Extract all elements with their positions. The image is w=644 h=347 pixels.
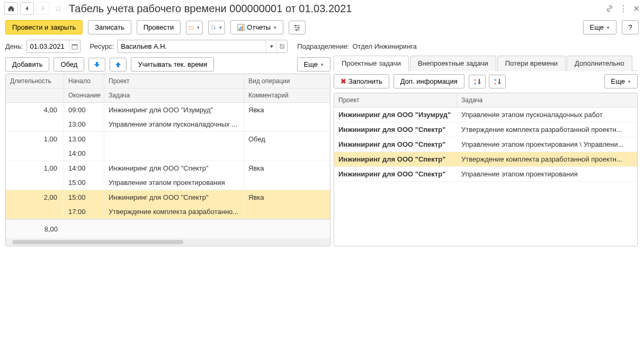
right-more-button[interactable]: Еще▾	[604, 74, 638, 88]
main-area: Добавить Обед Учитывать тек. время Еще▾ …	[0, 55, 644, 246]
header-operation[interactable]: Вид операции	[244, 74, 328, 88]
left-pane: Добавить Обед Учитывать тек. время Еще▾ …	[5, 55, 330, 246]
cell-duration: 4,00	[6, 103, 64, 117]
cell-comment	[244, 175, 328, 190]
cell-end: 15:00	[64, 175, 104, 190]
header-task[interactable]: Задача	[104, 88, 244, 102]
settings-button[interactable]	[289, 21, 306, 34]
folder-icon	[189, 24, 194, 31]
resource-dropdown-button[interactable]: ▾	[266, 41, 276, 52]
lunch-button[interactable]: Обед	[53, 57, 84, 72]
tab-project-tasks[interactable]: Проектные задачи	[334, 56, 409, 71]
table-row[interactable]: 1,0014:00Инжиниринг для ООО "Спектр"Явка…	[6, 161, 330, 190]
resource-open-button[interactable]	[276, 41, 287, 52]
help-button[interactable]: ?	[622, 20, 639, 34]
cell-task	[104, 146, 244, 161]
tasks-grid-body[interactable]: Инжиниринг для ООО "Изумруд"Управление э…	[334, 108, 637, 246]
cell-task: Управление этапом пусконаладочных ...	[104, 117, 244, 131]
cell-project: Инжиниринг для ООО "Спектр"	[334, 122, 457, 137]
reports-button[interactable]: Отчеты▾	[230, 20, 283, 34]
cell-start: 09:00	[64, 103, 104, 117]
document-arrow-icon	[211, 24, 216, 31]
fill-button[interactable]: ✖ Заполнить	[334, 74, 389, 88]
settings-icon	[293, 24, 301, 31]
horizontal-scrollbar[interactable]	[6, 238, 330, 246]
sort-desc-icon: ЯА	[494, 78, 501, 85]
post-and-close-button[interactable]: Провести и закрыть	[5, 20, 83, 34]
cell-task: Утверждение комплекта разработанно...	[104, 204, 244, 219]
tasks-grid-header: Проект Задача	[334, 93, 637, 108]
resource-input[interactable]	[118, 40, 266, 52]
cell-project: Инжиниринг для ООО "Спектр"	[104, 190, 244, 204]
forward-button[interactable]	[36, 2, 50, 15]
cell-empty	[6, 175, 64, 190]
tab-additional[interactable]: Дополнительно	[567, 56, 632, 71]
task-row[interactable]: Инжиниринг для ООО "Спектр"Утверждение к…	[334, 122, 637, 137]
right-toolbar: ✖ Заполнить Доп. информация АЯ ЯА Еще▾	[334, 71, 638, 92]
day-input[interactable]	[27, 40, 69, 52]
tab-nonproject-tasks[interactable]: Внепроектные задачи	[410, 56, 496, 71]
arrow-up-icon	[114, 61, 122, 68]
resource-input-wrap: ▾	[117, 40, 288, 53]
task-row[interactable]: Инжиниринг для ООО "Спектр"Утверждение к…	[334, 152, 637, 167]
table-row[interactable]: 2,0015:00Инжиниринг для ООО "Спектр"Явка…	[6, 190, 330, 219]
post-button[interactable]: Провести	[137, 20, 181, 34]
cell-end: 13:00	[64, 117, 104, 131]
svg-point-6	[298, 27, 300, 29]
move-down-button[interactable]	[88, 58, 105, 72]
cell-duration: 1,00	[6, 132, 64, 146]
header-comment[interactable]: Комментарий	[244, 88, 328, 102]
left-toolbar: Добавить Обед Учитывать тек. время Еще▾	[5, 55, 330, 74]
cell-project: Инжиниринг для ООО "Изумруд"	[334, 108, 457, 122]
svg-text:Я: Я	[474, 82, 476, 85]
structure-button[interactable]: ▾	[186, 21, 203, 34]
sort-asc-button[interactable]: АЯ	[469, 75, 486, 88]
dept-label: Подразделение:	[297, 42, 349, 50]
more-menu-icon[interactable]: ⋮	[619, 4, 628, 14]
move-up-button[interactable]	[110, 58, 127, 72]
more-button[interactable]: Еще▾	[583, 20, 616, 34]
back-button[interactable]	[20, 2, 34, 15]
cell-project: Инжиниринг для ООО "Спектр"	[334, 152, 457, 166]
header-end[interactable]: Окончание	[64, 88, 104, 102]
rheader-task[interactable]: Задача	[457, 93, 637, 107]
home-button[interactable]	[4, 2, 18, 15]
header-start[interactable]: Начало	[64, 74, 104, 88]
svg-rect-3	[240, 26, 241, 30]
svg-text:А: А	[494, 82, 496, 85]
grid-body[interactable]: 4,0009:00Инжиниринг для ООО "Изумруд"Явк…	[6, 103, 330, 219]
svg-rect-0	[212, 25, 214, 29]
svg-rect-9	[72, 45, 77, 46]
calendar-button[interactable]	[69, 41, 80, 52]
task-row[interactable]: Инжиниринг для ООО "Спектр"Управление эт…	[334, 167, 637, 182]
header-project[interactable]: Проект	[104, 74, 244, 88]
cell-task: Управление этапом проектирования \ Управ…	[457, 137, 637, 152]
favorite-star-icon[interactable]: ☆	[54, 3, 62, 14]
fill-x-icon: ✖	[341, 77, 346, 85]
link-icon[interactable]	[605, 4, 614, 13]
add-button[interactable]: Добавить	[5, 57, 49, 72]
table-row[interactable]: 1,0013:00Обед14:00	[6, 132, 330, 161]
task-row[interactable]: Инжиниринг для ООО "Изумруд"Управление э…	[334, 108, 637, 122]
table-row[interactable]: 4,0009:00Инжиниринг для ООО "Изумруд"Явк…	[6, 103, 330, 132]
cell-project	[104, 132, 244, 146]
resource-label: Ресурс:	[90, 42, 114, 50]
track-time-button[interactable]: Учитывать тек. время	[131, 57, 214, 72]
task-row[interactable]: Инжиниринг для ООО "Спектр"Управление эт…	[334, 137, 637, 152]
cell-empty	[6, 117, 64, 131]
cell-operation: Явка	[244, 103, 328, 117]
scrollbar-thumb[interactable]	[12, 240, 183, 244]
header-duration[interactable]: Длительность	[6, 74, 64, 88]
rheader-project[interactable]: Проект	[334, 93, 457, 107]
tasks-grid: Проект Задача Инжиниринг для ООО "Изумру…	[334, 93, 638, 246]
close-icon[interactable]: ✕	[633, 4, 640, 14]
save-button[interactable]: Записать	[88, 20, 131, 34]
cell-comment	[244, 117, 328, 131]
cell-end: 17:00	[64, 204, 104, 219]
cell-project: Инжиниринг для ООО "Спектр"	[334, 167, 457, 181]
create-based-on-button[interactable]: ▾	[208, 21, 225, 34]
tab-time-loss[interactable]: Потери времени	[497, 56, 566, 71]
left-more-button[interactable]: Еще▾	[297, 57, 330, 72]
additional-info-button[interactable]: Доп. информация	[393, 74, 464, 88]
sort-desc-button[interactable]: ЯА	[489, 75, 506, 88]
